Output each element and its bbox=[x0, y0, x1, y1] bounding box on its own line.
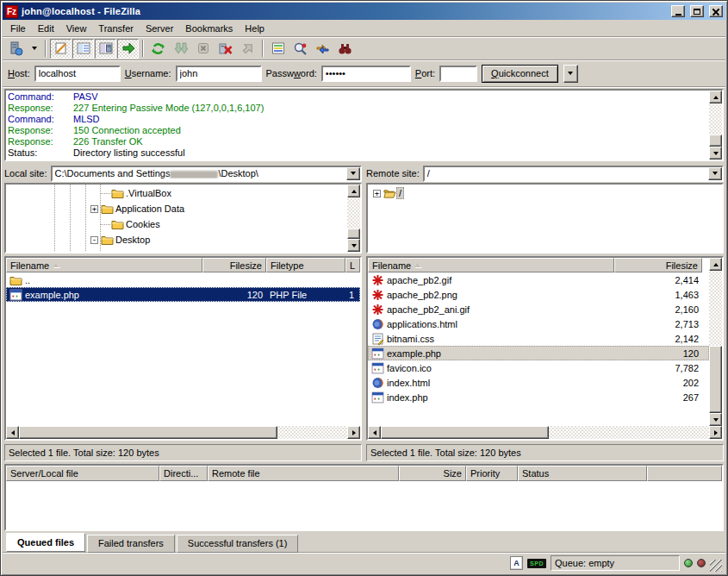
scroll-right-button[interactable] bbox=[347, 426, 360, 439]
host-input[interactable] bbox=[34, 66, 121, 82]
menu-file[interactable]: File bbox=[4, 22, 32, 35]
tree-item-cookies[interactable]: Cookies bbox=[6, 216, 347, 232]
remote-horizontal-scrollbar[interactable] bbox=[368, 426, 722, 439]
scroll-thumb[interactable] bbox=[709, 346, 722, 413]
transfer-type-indicator-icon[interactable]: A bbox=[510, 556, 523, 570]
column-header-remote-file[interactable]: Remote file bbox=[208, 466, 399, 481]
column-header-status[interactable]: Status bbox=[518, 466, 647, 481]
chevron-down-icon bbox=[712, 172, 718, 175]
icon-file-icon bbox=[371, 362, 384, 374]
tab-failed-transfers[interactable]: Failed transfers bbox=[87, 535, 175, 553]
table-row-updir[interactable]: .. bbox=[6, 272, 360, 287]
filter-button[interactable] bbox=[267, 39, 289, 59]
toggle-remote-tree-button[interactable] bbox=[95, 39, 116, 59]
username-input[interactable] bbox=[176, 66, 262, 82]
collapse-icon[interactable]: - bbox=[90, 236, 98, 244]
remote-vertical-scrollbar[interactable] bbox=[709, 258, 722, 426]
table-row[interactable]: index.php 267 bbox=[368, 390, 709, 404]
column-header-server-local-file[interactable]: Server/Local file bbox=[6, 466, 159, 481]
menu-transfer[interactable]: Transfer bbox=[92, 22, 140, 35]
column-header-filename[interactable]: Filename bbox=[368, 258, 614, 272]
local-site-dropdown-button[interactable] bbox=[346, 167, 360, 180]
local-tree-vertical-scrollbar[interactable] bbox=[347, 185, 360, 252]
table-row[interactable]: favicon.ico 7,782 bbox=[368, 360, 709, 375]
cancel-button[interactable] bbox=[192, 39, 214, 59]
scroll-left-button[interactable] bbox=[368, 426, 381, 439]
find-files-button[interactable] bbox=[334, 39, 356, 59]
scroll-thumb[interactable] bbox=[709, 135, 722, 147]
tab-queued-files[interactable]: Queued files bbox=[6, 533, 85, 552]
column-header-priority[interactable]: Priority bbox=[466, 466, 518, 481]
table-row[interactable]: applications.html 2,713 bbox=[368, 316, 709, 331]
quickconnect-button[interactable]: Quickconnect bbox=[482, 65, 558, 83]
table-row[interactable]: apache_pb2.gif 2,414 bbox=[368, 272, 709, 287]
toggle-local-tree-button[interactable] bbox=[72, 39, 94, 59]
menu-edit[interactable]: Edit bbox=[32, 22, 60, 35]
table-row-example-php[interactable]: example.php 120 PHP File 1 bbox=[6, 287, 360, 302]
directory-comparison-button[interactable] bbox=[289, 39, 311, 59]
scroll-up-button[interactable] bbox=[709, 91, 722, 103]
close-button[interactable] bbox=[709, 5, 723, 17]
table-row[interactable]: index.html 202 bbox=[368, 375, 709, 390]
menu-bookmarks[interactable]: Bookmarks bbox=[179, 22, 239, 35]
scroll-left-button[interactable] bbox=[6, 426, 19, 439]
toggle-transfer-queue-button[interactable] bbox=[117, 39, 139, 59]
process-queue-button[interactable] bbox=[170, 39, 191, 59]
scroll-down-button[interactable] bbox=[347, 239, 360, 252]
expand-icon[interactable]: + bbox=[373, 190, 381, 197]
tree-item-desktop[interactable]: - Desktop bbox=[6, 232, 347, 247]
transfer-queue-icon bbox=[121, 41, 135, 55]
quickconnect-dropdown-button[interactable] bbox=[563, 65, 578, 83]
disconnect-button[interactable] bbox=[215, 39, 236, 59]
menu-help[interactable]: Help bbox=[239, 22, 271, 35]
local-status-bar: Selected 1 file. Total size: 120 bytes bbox=[4, 444, 362, 461]
table-row[interactable]: apache_pb2.png 1,463 bbox=[368, 287, 709, 302]
resize-grip[interactable] bbox=[710, 560, 722, 572]
tab-successful-transfers[interactable]: Successful transfers (1) bbox=[177, 535, 299, 553]
reconnect-button[interactable] bbox=[237, 39, 258, 59]
local-site-combo[interactable]: C:\Documents and Settings\Desktop\ bbox=[51, 166, 362, 182]
scroll-down-button[interactable] bbox=[709, 147, 722, 160]
menu-server[interactable]: Server bbox=[140, 22, 179, 35]
synchronized-browsing-button[interactable] bbox=[312, 39, 333, 59]
speed-limit-icon[interactable]: SPD bbox=[527, 559, 546, 568]
scroll-thumb[interactable] bbox=[19, 426, 277, 439]
column-header-size[interactable]: Size bbox=[399, 466, 466, 481]
toolbar-separator bbox=[142, 40, 144, 57]
scroll-thumb[interactable] bbox=[347, 229, 360, 239]
tree-item-virtualbox[interactable]: .VirtualBox bbox=[6, 185, 347, 201]
log-vertical-scrollbar[interactable] bbox=[709, 91, 722, 160]
column-header-filesize[interactable]: Filesize bbox=[202, 258, 266, 272]
column-header-filesize[interactable]: Filesize bbox=[614, 258, 702, 272]
column-header-filename[interactable]: Filename bbox=[6, 258, 202, 272]
tree-item-root[interactable]: + / bbox=[368, 185, 722, 201]
local-horizontal-scrollbar[interactable] bbox=[6, 426, 360, 439]
table-row[interactable]: apache_pb2_ani.gif 2,160 bbox=[368, 302, 709, 316]
toggle-message-log-button[interactable] bbox=[50, 39, 72, 59]
expand-icon[interactable]: + bbox=[90, 205, 98, 213]
column-header-filetype[interactable]: Filetype bbox=[266, 258, 345, 272]
minimize-button[interactable] bbox=[671, 5, 685, 17]
scroll-up-button[interactable] bbox=[709, 258, 722, 271]
remote-pane: Remote site: / + / bbox=[366, 165, 724, 461]
remote-site-dropdown-button[interactable] bbox=[708, 167, 722, 180]
password-input[interactable] bbox=[321, 66, 411, 82]
site-manager-dropdown-button[interactable] bbox=[28, 39, 41, 59]
cancel-icon bbox=[196, 41, 210, 55]
refresh-button[interactable] bbox=[147, 39, 169, 59]
table-row-selected[interactable]: example.php 120 bbox=[368, 346, 709, 360]
table-row[interactable]: bitnami.css 2,142 bbox=[368, 331, 709, 346]
column-header-direction[interactable]: Directi... bbox=[159, 466, 208, 481]
site-manager-button[interactable] bbox=[5, 39, 27, 59]
column-header-lastmodified[interactable]: L bbox=[345, 258, 360, 272]
scroll-right-button[interactable] bbox=[709, 426, 722, 439]
remote-site-combo[interactable]: / bbox=[423, 166, 724, 182]
tree-item-application-data[interactable]: + Application Data bbox=[6, 201, 347, 216]
scroll-up-button[interactable] bbox=[347, 185, 360, 197]
scroll-down-button[interactable] bbox=[709, 413, 722, 426]
port-input[interactable] bbox=[439, 66, 477, 82]
scroll-thumb[interactable] bbox=[381, 426, 549, 439]
maximize-button[interactable] bbox=[690, 5, 704, 17]
php-file-icon bbox=[371, 347, 384, 360]
menu-view[interactable]: View bbox=[60, 22, 93, 35]
